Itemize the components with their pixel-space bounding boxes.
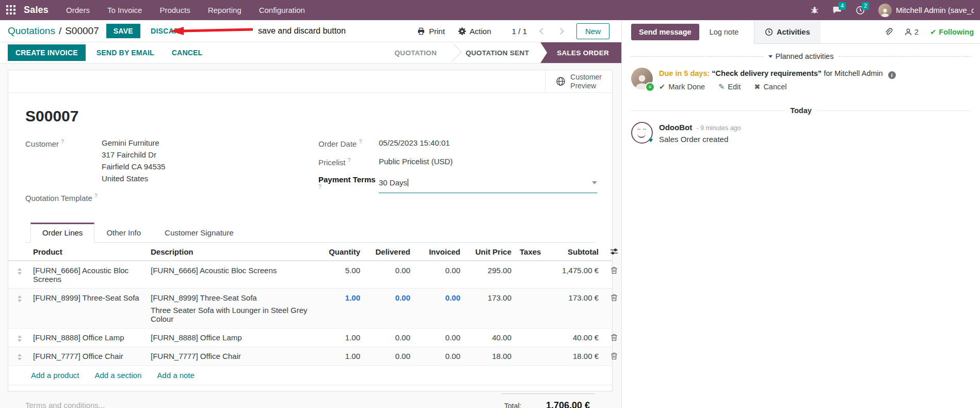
breadcrumb: Quotations / S00007 (8, 25, 99, 37)
cancel-button[interactable]: CANCEL (165, 44, 210, 61)
menu-to-invoice[interactable]: To Invoice (107, 6, 142, 14)
planned-activities-toggle[interactable]: Planned activities (768, 52, 834, 60)
user-menu[interactable]: Mitchell Admin (save_discar (878, 4, 974, 17)
drag-handle-icon[interactable] (8, 261, 31, 279)
total-label: Total: (504, 402, 521, 408)
col-delivered[interactable]: Delivered (362, 243, 412, 260)
pencil-icon: ✎ (718, 83, 725, 91)
message-author[interactable]: OdooBot (659, 123, 692, 132)
delete-row-icon[interactable] (601, 289, 621, 306)
col-subtotal[interactable]: Subtotal (550, 243, 601, 260)
edit-activity-button[interactable]: ✎Edit (718, 83, 741, 91)
app-name[interactable]: Sales (24, 5, 49, 15)
activity-summary: “Check delivery requirements” (712, 69, 822, 77)
statusbar: CREATE INVOICE SEND BY EMAIL CANCEL QUOT… (0, 42, 621, 64)
messages-badge: 4 (839, 2, 846, 10)
table-row[interactable]: [FURN_6666] Acoustic Bloc Screens [FURN_… (8, 261, 612, 288)
apps-grid-icon[interactable] (6, 5, 17, 15)
col-product[interactable]: Product (31, 243, 149, 260)
tab-other-info[interactable]: Other Info (94, 223, 153, 243)
breadcrumb-quotations[interactable]: Quotations (8, 25, 55, 37)
payment-terms-field[interactable]: 30 Days (379, 175, 597, 193)
col-invoiced[interactable]: Invoiced (412, 243, 462, 260)
drag-handle-icon[interactable] (8, 347, 31, 365)
table-row[interactable]: [FURN_7777] Office Chair [FURN_7777] Off… (8, 347, 612, 365)
dropdown-caret-icon[interactable] (592, 181, 597, 184)
optional-columns-icon[interactable] (601, 243, 621, 259)
order-date-field[interactable]: 05/25/2023 15:40:01 (379, 138, 597, 148)
mark-done-button[interactable]: ✔Mark Done (659, 83, 705, 91)
cancel-activity-button[interactable]: ✖Cancel (754, 83, 786, 91)
activities-button[interactable]: Activities (754, 20, 820, 43)
save-button[interactable]: SAVE (106, 24, 140, 38)
menu-products[interactable]: Products (159, 6, 190, 14)
attach-files-icon[interactable] (884, 27, 893, 36)
control-panel: Quotations / S00007 SAVE DISCARD save an… (0, 20, 621, 42)
col-quantity[interactable]: Quantity (319, 243, 362, 260)
menu-orders[interactable]: Orders (66, 6, 90, 14)
stage-sales-order[interactable]: SALES ORDER (540, 42, 621, 63)
order-total: Total: 1,706.00 € (501, 394, 595, 408)
drag-handle-icon[interactable] (8, 289, 31, 307)
add-a-product-link[interactable]: Add a product (31, 371, 79, 380)
activities-badge: 2 (862, 2, 869, 10)
info-icon[interactable]: i (888, 71, 896, 79)
quotation-template-field[interactable] (102, 193, 286, 202)
customer-address-line: United States (102, 174, 286, 183)
follower-count: 2 (914, 28, 919, 36)
quotation-template-label: Quotation Template ? (25, 193, 102, 202)
check-icon: ✔ (930, 28, 936, 36)
collapse-caret-icon (768, 55, 773, 58)
stage-quotation[interactable]: QUOTATION (383, 42, 448, 63)
action-button[interactable]: Action (458, 27, 491, 36)
delete-row-icon[interactable] (601, 347, 621, 365)
delete-row-icon[interactable] (601, 328, 621, 346)
activities-clock-icon[interactable]: 2 (856, 6, 865, 15)
breadcrumb-separator: / (59, 25, 61, 37)
table-row[interactable]: [FURN_8888] Office Lamp [FURN_8888] Offi… (8, 328, 612, 347)
followers-button[interactable]: 2 (904, 28, 919, 36)
col-unit-price[interactable]: Unit Price (462, 243, 513, 260)
chatter-panel: Send message Log note Activities (622, 20, 980, 408)
record-title[interactable]: S00007 (25, 107, 595, 125)
stage-widget: QUOTATION QUOTATION SENT SALES ORDER (383, 42, 621, 63)
pager-previous-icon[interactable] (539, 28, 546, 35)
stage-quotation-sent[interactable]: QUOTATION SENT (454, 42, 540, 63)
tab-customer-signature[interactable]: Customer Signature (153, 223, 245, 243)
today-divider: Today (631, 106, 971, 115)
person-icon (904, 28, 912, 36)
create-invoice-button[interactable]: CREATE INVOICE (8, 44, 86, 61)
send-message-button[interactable]: Send message (631, 24, 699, 40)
odoobot-avatar[interactable]: ¨ ¨ ♥ (631, 122, 653, 144)
table-row[interactable]: [FURN_8999] Three-Seat Sofa [FURN_8999] … (8, 288, 612, 328)
terms-and-conditions-field[interactable]: Terms and conditions... (25, 394, 105, 408)
drag-handle-icon[interactable] (8, 328, 31, 347)
col-description[interactable]: Description (149, 243, 319, 260)
add-a-section-link[interactable]: Add a section (94, 371, 141, 380)
main-menu: Orders To Invoice Products Reporting Con… (66, 6, 305, 14)
add-a-note-link[interactable]: Add a note (157, 371, 195, 380)
pager-next-icon[interactable] (557, 28, 564, 35)
pricelist-field[interactable]: Public Pricelist (USD) (379, 157, 597, 167)
send-by-email-button[interactable]: SEND BY EMAIL (90, 44, 161, 61)
heart-icon: ♥ (649, 136, 653, 144)
customer-address-line: 317 Fairchild Dr (102, 150, 286, 159)
today-label: Today (790, 106, 812, 115)
new-button[interactable]: New (576, 23, 609, 39)
print-button[interactable]: Print (417, 27, 445, 36)
log-note-button[interactable]: Log note (701, 24, 747, 40)
menu-reporting[interactable]: Reporting (208, 6, 242, 14)
customer-address-line: Fairfield CA 94535 (102, 162, 286, 171)
customer-preview-button[interactable]: CustomerPreview (545, 70, 612, 92)
col-taxes[interactable]: Taxes (513, 243, 550, 260)
pricelist-label: Pricelist ? (318, 157, 379, 167)
messages-icon[interactable]: 4 (832, 6, 842, 14)
payment-terms-label: Payment Terms ? (318, 175, 379, 193)
tab-order-lines[interactable]: Order Lines (30, 223, 94, 243)
debug-bug-icon[interactable] (810, 6, 819, 14)
customer-link[interactable]: Gemini Furniture (102, 138, 286, 147)
menu-configuration[interactable]: Configuration (259, 6, 305, 14)
delete-row-icon[interactable] (601, 261, 621, 279)
following-button[interactable]: ✔ Following (930, 28, 974, 36)
stage-separator-icon (448, 42, 454, 63)
